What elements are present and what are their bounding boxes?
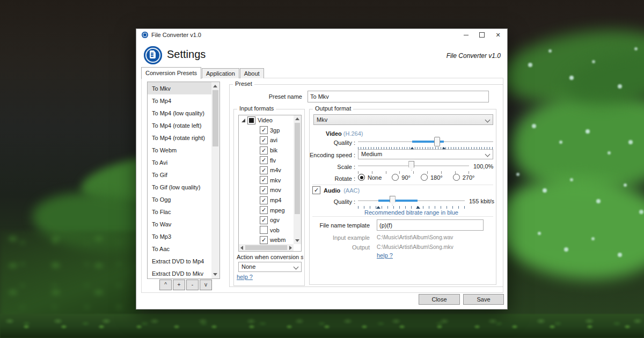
- list-item[interactable]: To Mp4: [148, 94, 211, 107]
- radio-icon[interactable]: [421, 174, 428, 181]
- output-format-value: Mkv: [317, 116, 327, 123]
- tree-vertical-scrollbar[interactable]: [294, 115, 301, 244]
- list-item[interactable]: To Mp4 (low quality): [148, 107, 211, 119]
- format-checkbox[interactable]: ✓: [260, 166, 268, 174]
- rotate-option-label: 270°: [463, 174, 475, 181]
- list-item[interactable]: Extract DVD to Mp4: [148, 255, 211, 267]
- tree-root-row[interactable]: Video: [239, 115, 294, 126]
- tree-item-webm[interactable]: ✓webm: [239, 235, 294, 244]
- document-icon: [150, 50, 156, 58]
- rotate-option-270deg[interactable]: 270°: [453, 174, 475, 181]
- format-checkbox[interactable]: ✓: [260, 126, 268, 134]
- slider-thumb[interactable]: [408, 161, 414, 171]
- expander-icon[interactable]: [241, 119, 245, 122]
- format-checkbox[interactable]: ✓: [260, 156, 268, 164]
- list-item[interactable]: To Mkv: [148, 82, 211, 94]
- scrollbar-thumb[interactable]: [245, 245, 287, 250]
- scale-label: Scale :: [310, 164, 355, 170]
- tree-item-vob[interactable]: vob: [239, 225, 294, 236]
- scrollbar-thumb[interactable]: [213, 90, 218, 146]
- separator: [312, 185, 493, 185]
- list-item[interactable]: To Aac: [148, 243, 211, 255]
- range-marker: [376, 206, 380, 209]
- tree-item-bik[interactable]: ✓bik: [239, 145, 294, 156]
- rotate-option-none[interactable]: None: [358, 174, 382, 181]
- scroll-right-icon[interactable]: [289, 246, 292, 250]
- radio-icon[interactable]: [392, 174, 399, 181]
- maximize-button[interactable]: [474, 29, 490, 41]
- list-item[interactable]: To Gif (low quality): [148, 181, 211, 193]
- tab-conversion-presets[interactable]: Conversion Presets: [141, 67, 201, 79]
- tree-item-mkv[interactable]: ✓mkv: [239, 175, 294, 186]
- order-button--[interactable]: -: [186, 280, 199, 290]
- preset-list-scrollbar[interactable]: [211, 82, 219, 278]
- list-item[interactable]: To Ogg: [148, 193, 211, 205]
- tree-item-flv[interactable]: ✓flv: [239, 155, 294, 165]
- rotate-option-180deg[interactable]: 180°: [421, 174, 443, 181]
- tree-item-mpeg[interactable]: ✓mpeg: [239, 205, 294, 215]
- encoding-speed-select[interactable]: Medium: [358, 149, 493, 159]
- conversion-action-select[interactable]: None: [238, 262, 302, 272]
- preset-list[interactable]: To MkvTo Mp4To Mp4 (low quality)To Mp4 (…: [147, 82, 220, 279]
- scale-slider[interactable]: [358, 161, 469, 171]
- radio-icon[interactable]: [358, 174, 365, 181]
- order-button-^[interactable]: ^: [159, 280, 172, 290]
- list-item[interactable]: Extract DVD to Mkv: [148, 267, 211, 278]
- tab-application[interactable]: Application: [202, 68, 239, 78]
- format-label: vob: [270, 227, 280, 233]
- format-checkbox[interactable]: ✓: [260, 216, 268, 224]
- list-item[interactable]: To Mp3: [148, 230, 211, 243]
- format-checkbox[interactable]: ✓: [260, 206, 268, 214]
- format-checkbox[interactable]: [260, 226, 268, 234]
- format-checkbox[interactable]: ✓: [260, 186, 268, 194]
- order-button-v[interactable]: v: [200, 280, 212, 290]
- preset-name-input[interactable]: [308, 91, 489, 102]
- input-formats-tree[interactable]: Video✓3gp✓avi✓bik✓flv✓m4v✓mkv✓mov✓mp4✓mp…: [238, 115, 302, 252]
- save-button[interactable]: Save: [463, 294, 504, 305]
- scroll-left-icon[interactable]: [240, 246, 243, 250]
- tree-root-checkbox[interactable]: [247, 116, 255, 124]
- format-checkbox[interactable]: ✓: [260, 196, 268, 204]
- tree-item-avi[interactable]: ✓avi: [239, 135, 294, 145]
- tree-item-ogv[interactable]: ✓ogv: [239, 215, 294, 225]
- filename-help-link[interactable]: help ?: [377, 252, 393, 259]
- radio-icon[interactable]: [453, 174, 460, 181]
- scroll-down-icon[interactable]: [213, 273, 217, 276]
- list-item[interactable]: To Flac: [148, 205, 211, 218]
- tree-item-mov[interactable]: ✓mov: [239, 185, 294, 195]
- scroll-up-icon[interactable]: [295, 117, 299, 120]
- list-item[interactable]: To Webm: [148, 144, 211, 156]
- scroll-up-icon[interactable]: [213, 85, 217, 87]
- tab-about[interactable]: About: [240, 68, 264, 78]
- list-item[interactable]: To Mp4 (rotate left): [148, 119, 211, 131]
- format-checkbox[interactable]: ✓: [260, 136, 268, 144]
- title-bar[interactable]: File Converter v1.0 ✕: [136, 29, 507, 41]
- scroll-down-icon[interactable]: [295, 239, 299, 242]
- tree-item-m4v[interactable]: ✓m4v: [239, 165, 294, 175]
- tree-horizontal-scrollbar[interactable]: [239, 244, 294, 251]
- audio-checkbox[interactable]: ✓: [312, 186, 320, 194]
- order-button-+[interactable]: +: [173, 280, 185, 290]
- list-item[interactable]: To Gif: [148, 168, 211, 181]
- list-item[interactable]: To Avi: [148, 156, 211, 168]
- close-window-button[interactable]: ✕: [490, 29, 506, 41]
- format-checkbox[interactable]: ✓: [260, 176, 268, 184]
- slider-thumb[interactable]: [434, 137, 440, 146]
- format-checkbox[interactable]: ✓: [260, 236, 268, 244]
- file-name-template-input[interactable]: [377, 219, 484, 231]
- rotate-option-90deg[interactable]: 90°: [392, 174, 411, 181]
- preset-order-buttons: ^+-v: [159, 280, 212, 290]
- tree-item-3gp[interactable]: ✓3gp: [239, 126, 294, 136]
- list-item[interactable]: To Wav: [148, 218, 211, 230]
- list-item[interactable]: To Mp4 (rotate right): [148, 131, 211, 144]
- video-quality-slider[interactable]: [358, 137, 493, 146]
- scrollbar-thumb[interactable]: [295, 123, 300, 214]
- output-format-select[interactable]: Mkv: [313, 114, 493, 125]
- audio-quality-slider[interactable]: [358, 196, 465, 205]
- tree-item-mp4[interactable]: ✓mp4: [239, 195, 294, 205]
- slider-thumb[interactable]: [390, 196, 396, 205]
- minimize-button[interactable]: [458, 29, 474, 41]
- close-button[interactable]: Close: [419, 294, 460, 305]
- input-help-link[interactable]: help ?: [237, 274, 253, 280]
- format-checkbox[interactable]: ✓: [260, 146, 268, 155]
